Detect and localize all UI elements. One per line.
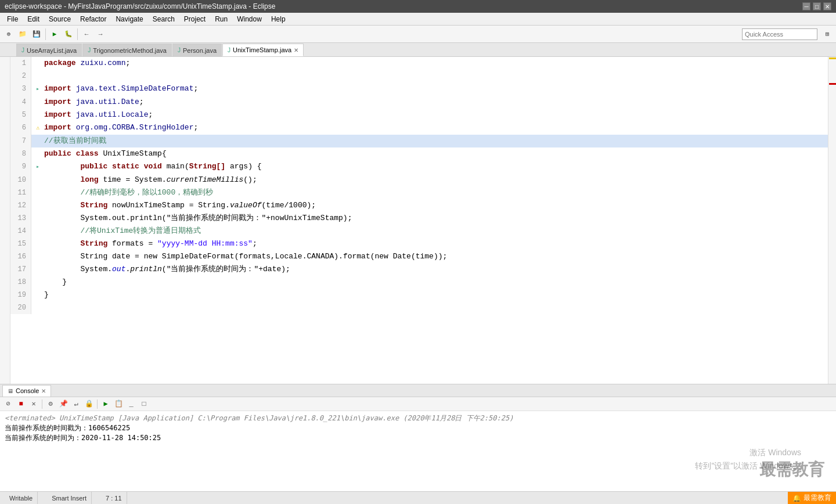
code-content: System.out.println("当前操作系统的时间戳为："+nowUni… — [44, 212, 352, 225]
quick-access-box[interactable] — [742, 28, 817, 40]
gutter-icon — [36, 289, 44, 301]
code-line-6: 6⚠import org.omg.CORBA.StringHolder; — [10, 121, 828, 135]
gutter-icon — [36, 109, 44, 121]
console-tab[interactable]: 🖥 Console ✕ — [2, 385, 51, 397]
gutter-icon — [36, 174, 44, 186]
console-tab-label: Console — [16, 387, 39, 394]
save-button[interactable]: 💾 — [30, 28, 43, 41]
line-number: 17 — [10, 263, 31, 276]
perspectives-button[interactable]: ⊞ — [821, 28, 834, 41]
title-bar: eclipse-workspace - MyFirstJavaProgram/s… — [0, 0, 836, 13]
editor-container: 1package zuixu.comn;23▸import java.text.… — [0, 57, 836, 384]
tab-UseArrayList-java[interactable]: JUseArrayList.java — [16, 44, 82, 56]
tab-label: TrigonometricMethod.java — [93, 47, 167, 54]
line-number: 2 — [10, 70, 31, 82]
line-number: 11 — [10, 186, 31, 199]
console-word-wrap-button[interactable]: ↵ — [70, 398, 82, 410]
line-number: 12 — [10, 199, 31, 212]
gutter-icon — [36, 147, 44, 160]
console-output-line: 当前操作系统的时间为：2020-11-28 14:50:25 — [5, 433, 831, 443]
run-button[interactable]: ▶ — [48, 28, 61, 41]
tab-Person-java[interactable]: JPerson.java — [172, 44, 222, 56]
gutter-icon — [36, 225, 44, 237]
gutter-icon — [36, 135, 44, 147]
forward-button[interactable]: → — [94, 28, 107, 41]
new-button[interactable]: ⊕ — [2, 28, 15, 41]
right-marker-bar — [828, 57, 836, 384]
line-number: 10 — [10, 174, 31, 186]
menu-item-project[interactable]: Project — [179, 14, 210, 24]
code-content: //精确时到毫秒，除以1000，精确到秒 — [44, 186, 213, 199]
code-line-5: 5import java.util.Locale; — [10, 109, 828, 121]
code-content: public class UnixTimeStamp{ — [44, 147, 167, 160]
code-content: import java.text.SimpleDateFormat; — [44, 82, 198, 96]
tab-icon: J — [21, 47, 24, 53]
tab-close[interactable]: ✕ — [294, 47, 298, 53]
bottom-notify-icon: 🔔 — [792, 494, 801, 502]
console-minimize-button[interactable]: _ — [125, 398, 137, 410]
code-editor[interactable]: 1package zuixu.comn;23▸import java.text.… — [10, 57, 828, 384]
console-scroll-lock-button[interactable]: 🔒 — [83, 398, 95, 410]
menu-item-edit[interactable]: Edit — [23, 14, 44, 24]
gutter-icon — [36, 212, 44, 225]
console-content: <terminated> UnixTimeStamp [Java Applica… — [0, 411, 836, 491]
code-line-20: 20 — [10, 301, 828, 314]
gutter-icon: ▸ — [36, 160, 44, 174]
minimize-button[interactable]: ─ — [802, 2, 810, 10]
clear-console-button[interactable]: ⊘ — [2, 398, 14, 410]
open-button[interactable]: 📁 — [16, 28, 29, 41]
gutter-icon — [36, 250, 44, 263]
code-content: String nowUnixTimeStamp = String.valueOf… — [44, 199, 316, 212]
line-number: 9 — [10, 160, 31, 174]
menu-item-help[interactable]: Help — [266, 14, 290, 24]
remove-launch-button[interactable]: ✕ — [28, 398, 39, 410]
line-number: 20 — [10, 301, 31, 314]
tab-UnixTimeStamp-java[interactable]: JUnixTimeStamp.java✕ — [222, 44, 304, 56]
code-line-12: 12 String nowUnixTimeStamp = String.valu… — [10, 199, 828, 212]
code-line-19: 19} — [10, 289, 828, 301]
code-line-13: 13 System.out.println("当前操作系统的时间戳为："+now… — [10, 212, 828, 225]
code-line-11: 11 //精确时到毫秒，除以1000，精确到秒 — [10, 186, 828, 199]
code-line-15: 15 String formats = "yyyy-MM-dd HH:mm:ss… — [10, 237, 828, 250]
tab-TrigonometricMethod-java[interactable]: JTrigonometricMethod.java — [82, 44, 172, 56]
console-sep2 — [97, 399, 98, 409]
menu-item-source[interactable]: Source — [44, 14, 75, 24]
menu-item-navigate[interactable]: Navigate — [111, 14, 147, 24]
title-bar-text: eclipse-workspace - MyFirstJavaProgram/s… — [5, 2, 275, 10]
back-button[interactable]: ← — [80, 28, 93, 41]
console-tab-close[interactable]: ✕ — [41, 388, 46, 394]
console-run-button[interactable]: ▶ — [100, 398, 111, 410]
gutter-icon — [36, 276, 44, 289]
menu-item-search[interactable]: Search — [148, 14, 179, 24]
code-line-1: 1package zuixu.comn; — [10, 57, 828, 70]
gutter-icon — [36, 186, 44, 199]
code-content: package zuixu.comn; — [44, 57, 130, 70]
menu-item-window[interactable]: Window — [232, 14, 266, 24]
code-content: //将UnixTime转换为普通日期格式 — [44, 225, 201, 237]
gutter-icon — [36, 237, 44, 250]
menu-item-refactor[interactable]: Refactor — [75, 14, 111, 24]
code-content: //获取当前时间戳 — [44, 135, 106, 147]
quick-access-input[interactable] — [745, 31, 815, 38]
console-props-button[interactable]: ⚙ — [45, 398, 56, 410]
menu-item-run[interactable]: Run — [210, 14, 232, 24]
maximize-button[interactable]: □ — [813, 2, 821, 10]
tab-icon: J — [88, 47, 91, 53]
code-line-8: 8public class UnixTimeStamp{ — [10, 147, 828, 160]
console-open-button[interactable]: 📋 — [113, 398, 124, 410]
console-toolbar: ⊘ ■ ✕ ⚙ 📌 ↵ 🔒 ▶ 📋 _ □ — [0, 397, 836, 411]
console-maximize-button[interactable]: □ — [138, 398, 150, 410]
code-content: import java.util.Date; — [44, 96, 144, 109]
code-line-14: 14 //将UnixTime转换为普通日期格式 — [10, 225, 828, 237]
console-pin-button[interactable]: 📌 — [57, 398, 69, 410]
menu-item-file[interactable]: File — [2, 14, 23, 24]
gutter-icon — [36, 57, 44, 70]
terminate-button[interactable]: ■ — [15, 398, 27, 410]
line-number: 1 — [10, 57, 31, 70]
debug-button[interactable]: 🐛 — [62, 28, 75, 41]
line-number: 13 — [10, 212, 31, 225]
line-number: 19 — [10, 289, 31, 301]
line-number: 7 — [10, 135, 31, 147]
close-button[interactable]: ✕ — [823, 2, 831, 10]
tab-label: Person.java — [183, 47, 217, 54]
